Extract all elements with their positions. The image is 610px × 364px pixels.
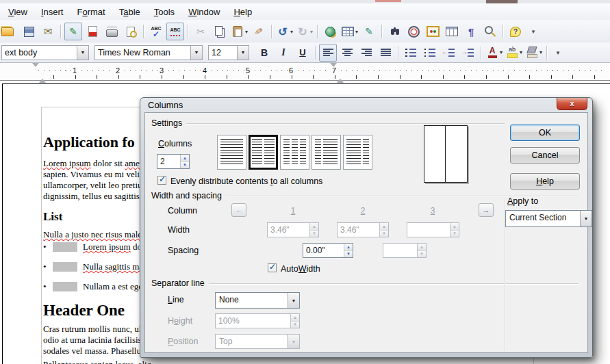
cut-button: [192, 23, 209, 40]
next-column-button[interactable]: →: [479, 203, 494, 217]
toolbar-overflow-button[interactable]: [550, 45, 565, 60]
right-margin-marker[interactable]: [330, 67, 337, 76]
undo-button[interactable]: ▾: [275, 23, 294, 40]
left-margin-marker[interactable]: [32, 67, 39, 76]
font-color-dropdown-arrow[interactable]: ▾: [500, 49, 503, 55]
table-button[interactable]: ▾: [340, 23, 359, 40]
distribute-checkbox-label[interactable]: Evenly distribute contents to all column…: [170, 177, 322, 186]
previous-column-button: ←: [231, 203, 246, 217]
font-name-combo[interactable]: Times New Roman: [94, 45, 203, 60]
autowidth-checkbox[interactable]: ✓: [268, 263, 277, 272]
toolbar-overflow-button[interactable]: [526, 24, 541, 39]
apply-to-dropdown[interactable]: Current Section: [505, 210, 592, 227]
auto-spellcheck-button[interactable]: [166, 23, 184, 40]
menu-tools[interactable]: Tools: [147, 5, 181, 19]
chevron-down-icon[interactable]: [288, 293, 299, 308]
columns-count-stepper[interactable]: 2 ▲▼: [157, 154, 190, 169]
menu-help[interactable]: Help: [227, 5, 259, 19]
align-justified-button[interactable]: [377, 44, 394, 62]
help-button[interactable]: Help: [510, 173, 580, 190]
chevron-down-icon[interactable]: [77, 46, 88, 60]
zoom-button[interactable]: [481, 23, 499, 40]
font-size-combo[interactable]: 12: [208, 45, 249, 60]
toolbar-separator: [381, 25, 382, 38]
data-sources-button[interactable]: [443, 23, 461, 40]
chevron-down-icon[interactable]: [237, 46, 249, 60]
copy-button[interactable]: [211, 23, 229, 40]
formatting-marks-button[interactable]: [462, 23, 480, 40]
preset-two-columns[interactable]: [249, 135, 278, 170]
chevron-down-icon[interactable]: [190, 46, 202, 60]
gallery-button[interactable]: [424, 23, 442, 40]
toolbar-separator: [317, 25, 318, 38]
preset-three-columns[interactable]: [280, 135, 309, 170]
align-right-button[interactable]: [357, 44, 375, 62]
email-button[interactable]: [39, 23, 57, 40]
ok-button[interactable]: OK: [510, 125, 580, 141]
stepper-arrows[interactable]: ▲▼: [344, 244, 353, 257]
align-center-button[interactable]: [338, 44, 356, 62]
spacing-field-1[interactable]: 0.00" ▲▼: [303, 243, 353, 258]
increase-indent-button[interactable]: [459, 44, 477, 62]
italic-button[interactable]: [275, 44, 292, 62]
background-color-button[interactable]: ▾: [524, 44, 543, 62]
spellcheck-button[interactable]: [147, 23, 165, 40]
ruler-number: 1: [71, 66, 78, 75]
background-color-dropdown-arrow[interactable]: ▾: [539, 49, 542, 55]
menu-window[interactable]: Window: [181, 5, 227, 19]
gallery-icon: [426, 25, 440, 38]
align-left-button[interactable]: [319, 44, 337, 62]
paste-dropdown-arrow[interactable]: ▾: [245, 29, 248, 35]
decrease-indent-button[interactable]: [440, 44, 458, 62]
autowidth-label[interactable]: AutoWidth: [281, 264, 320, 274]
redo-dropdown-arrow[interactable]: ▾: [310, 29, 313, 35]
highlighting-button[interactable]: ▾: [505, 44, 523, 62]
highlighting-dropdown-arrow[interactable]: ▾: [520, 49, 522, 55]
preset-right-narrow[interactable]: [343, 135, 372, 170]
ruler-number: 4: [201, 66, 208, 75]
print-button[interactable]: [103, 23, 120, 40]
distribute-checkbox[interactable]: ✓: [157, 176, 166, 185]
bullet-list-icon: [423, 46, 437, 60]
hyperlink-button[interactable]: [321, 23, 339, 40]
cancel-button[interactable]: Cancel: [510, 147, 580, 164]
stepper-up-icon: ▲: [310, 223, 318, 231]
paste-button[interactable]: ▾: [230, 23, 249, 40]
menu-insert[interactable]: Insert: [34, 5, 71, 19]
bold-button[interactable]: [255, 44, 273, 62]
dialog-title[interactable]: Columns: [148, 100, 183, 110]
clone-formatting-button[interactable]: [250, 23, 268, 40]
draw-functions-button[interactable]: [360, 23, 378, 40]
navigator-button[interactable]: [405, 23, 422, 40]
help-button[interactable]: [507, 23, 524, 40]
export-pdf-button[interactable]: [84, 23, 101, 40]
font-color-button[interactable]: ▾: [485, 44, 503, 62]
print-preview-button[interactable]: [122, 23, 140, 40]
toolbar-separator: [271, 25, 272, 38]
menu-view[interactable]: View: [1, 5, 34, 19]
close-button[interactable]: x: [557, 98, 587, 110]
open-button[interactable]: [1, 23, 18, 40]
undo-dropdown-arrow[interactable]: ▾: [290, 29, 293, 35]
stepper-arrows[interactable]: ▲▼: [180, 155, 189, 168]
table-dropdown-arrow[interactable]: ▾: [355, 29, 358, 35]
numbered-list-button[interactable]: [402, 44, 420, 62]
menu-format[interactable]: Format: [70, 5, 112, 19]
edit-file-button[interactable]: [64, 23, 82, 40]
line-style-dropdown[interactable]: None: [215, 292, 300, 309]
paragraph-style-combo[interactable]: ext body: [1, 45, 89, 60]
preset-one-column[interactable]: [217, 135, 246, 170]
find-replace-button[interactable]: [385, 23, 403, 40]
menu-table[interactable]: Table: [112, 5, 147, 19]
bullet-list-button[interactable]: [421, 44, 439, 62]
ruler-number: 3: [158, 66, 165, 75]
stepper-up-icon: ▲: [344, 244, 353, 251]
height-value: 100%: [216, 314, 290, 328]
columns-dialog: Columns x Settings Columns 2 ▲▼ ✓ Evenly…: [140, 97, 593, 358]
underline-button[interactable]: [294, 44, 312, 62]
ruler-number: 2: [114, 66, 121, 75]
preset-left-narrow[interactable]: [312, 135, 341, 170]
save-button[interactable]: [20, 23, 38, 40]
chevron-down-icon[interactable]: [580, 211, 592, 226]
position-dropdown: Top: [215, 334, 300, 349]
